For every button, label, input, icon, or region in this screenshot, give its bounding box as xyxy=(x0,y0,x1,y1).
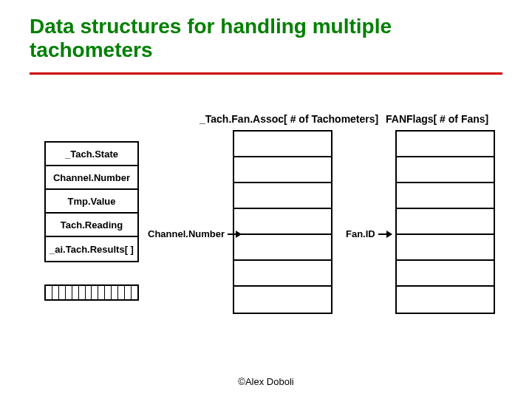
fan-array-header: FANFlags[ # of Fans] xyxy=(386,113,488,125)
struct-field: Tmp.Value xyxy=(46,190,137,214)
array-cell xyxy=(397,235,494,261)
array-cell xyxy=(234,287,331,313)
array-cell xyxy=(397,183,494,209)
array-cell xyxy=(397,209,494,235)
channel-number-pointer: Channel.Number xyxy=(148,228,241,239)
pointer-label: Channel.Number xyxy=(148,228,225,239)
fan-id-pointer: Fan.ID xyxy=(346,228,392,239)
array-cell xyxy=(234,209,331,235)
struct-field: _ai.Tach.Results[ ] xyxy=(46,237,137,261)
tach-array xyxy=(233,130,332,314)
array-cell xyxy=(234,183,331,209)
struct-field: _Tach.State xyxy=(46,143,137,166)
array-cell xyxy=(397,287,494,313)
footer-copyright: ©Alex Doboli xyxy=(0,376,532,387)
results-array xyxy=(44,284,139,301)
array-cell xyxy=(234,261,331,287)
struct-field: Tach.Reading xyxy=(46,214,137,237)
array-cell xyxy=(234,235,331,261)
title-underline xyxy=(30,72,502,75)
pointer-label: Fan.ID xyxy=(346,228,375,239)
tach-array-header: _Tach.Fan.Assoc[ # of Tachometers] xyxy=(200,113,378,125)
fan-array xyxy=(395,130,495,314)
slide-title: Data structures for handling multiple ta… xyxy=(30,15,502,62)
array-cell xyxy=(234,157,331,183)
struct-field: Channel.Number xyxy=(46,166,137,190)
array-cell xyxy=(397,132,494,157)
array-cell xyxy=(397,157,494,183)
array-cell xyxy=(397,261,494,287)
diagram-area: _Tach.State Channel.Number Tmp.Value Tac… xyxy=(30,119,502,363)
array-cell xyxy=(234,132,331,157)
tach-struct: _Tach.State Channel.Number Tmp.Value Tac… xyxy=(44,141,139,262)
